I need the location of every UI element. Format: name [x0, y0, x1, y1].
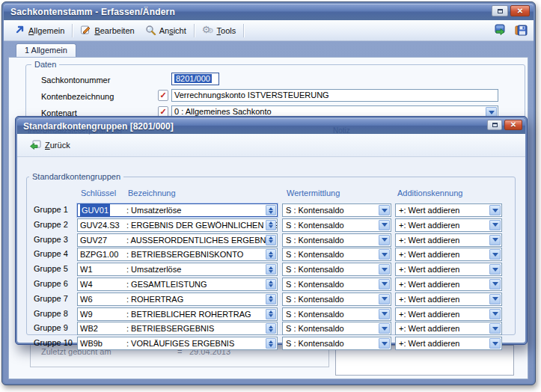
column-header-bezeichnung: Bezeichnung	[128, 189, 176, 197]
additionskennung-select[interactable]: +: Wert addieren	[395, 293, 502, 306]
table-row: Gruppe 6 W4 : GESAMTLEISTUNG S : Kontens…	[17, 278, 525, 291]
gruppe-label: Gruppe 1	[34, 205, 68, 214]
additionskennung-select[interactable]: +: Wert addieren	[395, 233, 502, 247]
wertermittlung-select[interactable]: S : Kontensaldo	[282, 322, 391, 335]
chevron-down-icon[interactable]	[489, 220, 501, 230]
schluessel-input[interactable]: GUV27 : AUSSERORDENTLICHES ERGEBNIS	[77, 233, 278, 247]
additionskennung-select[interactable]: +: Wert addieren	[395, 337, 502, 350]
schluessel-input[interactable]: W6 : ROHERTRAG	[77, 293, 278, 306]
schluessel-input[interactable]: GUV24.S3 : ERGEBNIS DER GEWÖHNLICHEN GES	[77, 218, 278, 232]
bezeichnung-value: : ROHERTRAG	[126, 293, 183, 305]
schluessel-value: W9	[80, 308, 93, 320]
table-row: Gruppe 5 W1 : Umsatzerlöse S : Kontensal…	[17, 263, 525, 276]
gruppe-label: Gruppe 2	[34, 220, 68, 229]
schluessel-input[interactable]: W4 : GESAMTLEISTUNG	[77, 278, 278, 291]
dialog-restore-button[interactable]	[487, 120, 502, 130]
menu-item-bearbeiten[interactable]: Bearbeiten	[75, 22, 139, 39]
wertermittlung-select[interactable]: S : Kontensaldo	[282, 293, 391, 306]
additionskennung-select[interactable]: +: Wert addieren	[395, 248, 502, 261]
chevron-down-icon[interactable]	[379, 279, 390, 290]
spinner-control[interactable]	[266, 294, 276, 304]
schluessel-input[interactable]: W1 : Umsatzerlöse	[77, 263, 278, 276]
chevron-down-icon[interactable]	[379, 235, 390, 245]
kontenart-value: 0 : Allgemeines Sachkonto	[174, 107, 272, 116]
bezeichnung-value: : BETRIEBSERGEBNISKONTO	[126, 248, 243, 260]
spinner-control[interactable]	[266, 264, 276, 275]
spinner-control[interactable]	[266, 249, 276, 260]
toolbar-separator	[243, 24, 244, 37]
chevron-down-icon[interactable]	[489, 338, 501, 349]
chevron-down-icon[interactable]	[489, 264, 501, 275]
group-rows: Gruppe 1 GUV01 : Umsatzerlöse S : Konten…	[17, 203, 525, 352]
chevron-down-icon[interactable]	[489, 323, 501, 334]
spinner-control[interactable]	[266, 235, 276, 245]
chevron-down-icon[interactable]	[489, 249, 501, 260]
wertermittlung-select[interactable]: S : Kontensaldo	[282, 203, 391, 217]
chevron-down-icon[interactable]	[489, 205, 501, 215]
spinner-control[interactable]	[266, 205, 276, 215]
wertermittlung-value: S : Kontensaldo	[283, 236, 344, 245]
schluessel-input[interactable]: BZPG1.00 : BETRIEBSERGEBNISKONTO	[77, 248, 278, 261]
daten-group-label: Daten	[31, 60, 59, 69]
sachkontonummer-input[interactable]: 8201/000	[171, 73, 219, 85]
schluessel-input[interactable]: WB9b : VORLÄUFIGES ERGEBNIS	[77, 337, 278, 350]
column-header-schluessel: Schlüssel	[81, 189, 116, 197]
chevron-down-icon[interactable]	[379, 205, 390, 215]
wertermittlung-select[interactable]: S : Kontensaldo	[282, 218, 391, 232]
additionskennung-value: +: Wert addieren	[396, 295, 459, 304]
schluessel-input[interactable]: GUV01 : Umsatzerlöse	[77, 203, 278, 217]
toolbar-separator	[72, 24, 73, 37]
restore-button[interactable]	[492, 5, 508, 16]
chevron-down-icon[interactable]	[379, 294, 390, 304]
additionskennung-select[interactable]: +: Wert addieren	[395, 203, 502, 217]
bezeichnung-value: : BETRIEBSERGEBNIS	[126, 322, 214, 334]
dialog-close-button[interactable]	[504, 120, 522, 130]
schluessel-input[interactable]: W9 : BETRIEBLICHER ROHERTRAG	[77, 307, 278, 321]
spinner-control[interactable]	[266, 309, 276, 319]
chevron-down-icon[interactable]	[489, 235, 501, 245]
table-row: Gruppe 3 GUV27 : AUSSERORDENTLICHES ERGE…	[17, 233, 525, 247]
menu-item-tools[interactable]: ⚙⚙ Tools	[197, 22, 241, 38]
spinner-control[interactable]	[266, 220, 276, 230]
menu-item-ansicht[interactable]: Ansicht	[140, 22, 192, 39]
chevron-down-icon[interactable]	[489, 279, 501, 290]
additionskennung-select[interactable]: +: Wert addieren	[395, 278, 502, 291]
wertermittlung-select[interactable]: S : Kontensaldo	[282, 307, 391, 321]
check-icon[interactable]	[158, 90, 168, 101]
wertermittlung-select[interactable]: S : Kontensaldo	[282, 263, 391, 276]
additionskennung-value: +: Wert addieren	[396, 310, 459, 319]
spinner-control[interactable]	[266, 338, 276, 349]
additionskennung-select[interactable]: +: Wert addieren	[395, 322, 502, 335]
apply-button[interactable]	[493, 23, 507, 37]
schluessel-input[interactable]: WB2 : BETRIEBSERGEBNIS	[77, 322, 278, 335]
column-header-wertermittlung: Wertermittlung	[287, 189, 340, 197]
bezeichnung-value: : Umsatzerlöse	[126, 204, 181, 216]
chevron-down-icon[interactable]	[379, 249, 390, 260]
chevron-down-icon[interactable]	[379, 309, 390, 319]
additionskennung-value: +: Wert addieren	[396, 250, 459, 259]
spinner-control[interactable]	[266, 279, 276, 290]
chevron-down-icon[interactable]	[489, 309, 501, 319]
back-button[interactable]: Zurück	[25, 138, 75, 153]
wertermittlung-select[interactable]: S : Kontensaldo	[282, 248, 391, 261]
additionskennung-select[interactable]: +: Wert addieren	[395, 263, 502, 276]
kontenbezeichnung-input[interactable]: Verrechnungskonto ISTVERSTEUERUNG	[171, 89, 498, 102]
gruppe-label: Gruppe 5	[34, 264, 68, 273]
menu-item-allgemein[interactable]: Allgemein	[10, 22, 70, 38]
wertermittlung-select[interactable]: S : Kontensaldo	[282, 233, 391, 247]
chevron-down-icon[interactable]	[379, 264, 390, 275]
tab-allgemein[interactable]: 1 Allgemein	[16, 43, 76, 58]
additionskennung-select[interactable]: +: Wert addieren	[395, 218, 502, 232]
save-button[interactable]	[514, 23, 528, 37]
wertermittlung-select[interactable]: S : Kontensaldo	[282, 278, 391, 291]
spinner-control[interactable]	[266, 323, 276, 334]
bezeichnung-value: : AUSSERORDENTLICHES ERGEBNIS	[126, 234, 274, 246]
dialog-toolbar: Zurück	[17, 134, 525, 157]
chevron-down-icon[interactable]	[379, 323, 390, 334]
wertermittlung-select[interactable]: S : Kontensaldo	[282, 337, 391, 350]
chevron-down-icon[interactable]	[379, 338, 390, 349]
additionskennung-select[interactable]: +: Wert addieren	[395, 307, 502, 321]
chevron-down-icon[interactable]	[379, 220, 390, 230]
chevron-down-icon[interactable]	[489, 294, 501, 304]
close-button[interactable]	[510, 5, 530, 16]
